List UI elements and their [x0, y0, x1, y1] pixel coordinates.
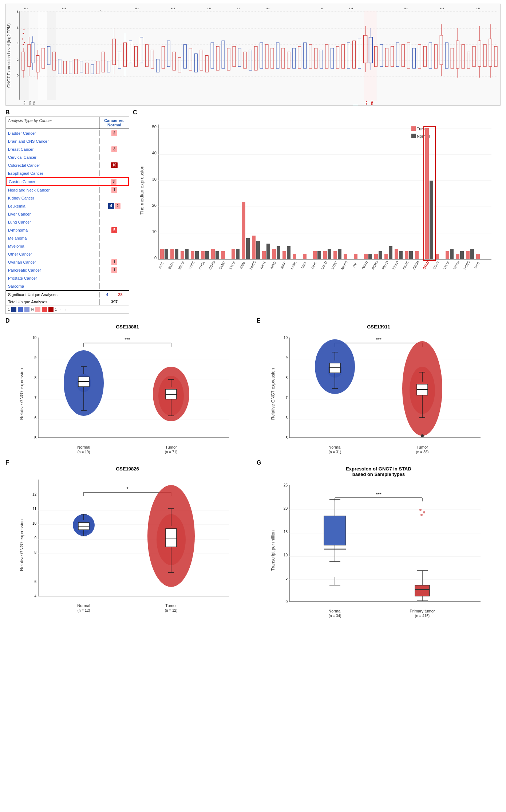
cancer-row[interactable]: Leukemia42 — [6, 202, 129, 210]
svg-point-19 — [23, 33, 24, 34]
cv-cell: 10 — [100, 162, 129, 169]
svg-rect-270 — [246, 238, 250, 259]
cv-cell: 5 — [100, 226, 129, 234]
red-heat-box: 10 — [111, 162, 117, 168]
svg-rect-294 — [389, 246, 392, 259]
svg-rect-84 — [124, 43, 127, 67]
cancer-row[interactable]: Prostate Cancer — [6, 274, 129, 282]
svg-rect-259 — [185, 249, 189, 259]
cancer-row[interactable]: Pancreatic Cancer1 — [6, 266, 129, 274]
svg-text:5: 5 — [285, 576, 288, 580]
svg-text:10: 10 — [152, 229, 157, 234]
svg-rect-92 — [140, 37, 143, 63]
svg-text:LUAD: LUAD — [320, 260, 328, 270]
svg-rect-275 — [272, 249, 276, 259]
cancer-name-label: Lung Cancer — [6, 219, 100, 225]
svg-rect-272 — [256, 241, 260, 259]
svg-rect-108 — [183, 44, 186, 68]
cancer-row[interactable]: Lymphoma5 — [6, 226, 129, 234]
svg-rect-78 — [113, 39, 116, 65]
svg-text:11: 11 — [32, 507, 37, 511]
cancer-rows-container: Bladder Cancer2Brain and CNS CancerBreas… — [6, 129, 129, 290]
svg-rect-70 — [91, 65, 94, 74]
svg-text:BLCA.Tumor: BLCA.Tumor — [29, 100, 31, 105]
cancer-row[interactable]: Head and Neck Cancer1 — [6, 186, 129, 194]
svg-text:0: 0 — [154, 256, 157, 260]
cancer-row[interactable]: Colorectal Cancer10 — [6, 161, 129, 169]
svg-rect-291 — [374, 254, 378, 259]
svg-rect-100 — [162, 46, 165, 68]
svg-text:GNG7 Expression Level (log2 TP: GNG7 Expression Level (log2 TPM) — [7, 23, 11, 88]
svg-rect-216 — [451, 48, 454, 68]
svg-rect-60 — [64, 61, 67, 74]
cancer-row[interactable]: Ovarian Cancer1 — [6, 258, 129, 266]
cv-cell: 2 — [100, 130, 129, 137]
svg-rect-192 — [391, 46, 394, 67]
svg-rect-305 — [456, 254, 459, 259]
panel-e-label: E — [257, 318, 261, 324]
cancer-row[interactable]: Gastric Cancer3 — [6, 177, 129, 186]
panel-b-container: B Analysis Type by Cancer Cancer vs. Nor… — [5, 109, 129, 314]
cancer-name-label: Cervical Cancer — [6, 154, 100, 160]
total-num: 397 — [111, 300, 118, 304]
red-heat-box: 1 — [111, 267, 117, 273]
svg-rect-261 — [195, 251, 199, 259]
cv-cell — [100, 141, 129, 142]
panel-b-header: Analysis Type by Cancer Cancer vs. Norma… — [6, 117, 129, 129]
svg-rect-168 — [347, 43, 350, 68]
cancer-name-label: Melanoma — [6, 235, 100, 241]
svg-rect-278 — [287, 246, 290, 259]
svg-rect-301 — [430, 181, 433, 259]
svg-text:(n = 34): (n = 34) — [329, 614, 341, 618]
svg-rect-194 — [396, 43, 399, 67]
panel-g-label: G — [257, 460, 261, 466]
cancer-row[interactable]: Cervical Cancer — [6, 153, 129, 161]
cv-cell — [100, 197, 129, 199]
svg-rect-302 — [435, 254, 439, 259]
svg-rect-214 — [445, 43, 448, 68]
svg-text:SARC: SARC — [402, 260, 410, 270]
svg-rect-485 — [415, 585, 430, 596]
svg-rect-82 — [118, 52, 121, 68]
svg-rect-162 — [331, 48, 334, 68]
cancer-row[interactable]: Lung Cancer — [6, 218, 129, 226]
cancer-row[interactable]: Melanoma — [6, 234, 129, 242]
svg-rect-269 — [242, 202, 245, 259]
cancer-row[interactable]: Brain and CNS Cancer — [6, 137, 129, 145]
cancer-row[interactable]: Esophageal Cancer — [6, 169, 129, 177]
svg-text:***: *** — [171, 7, 175, 11]
svg-point-491 — [420, 514, 423, 516]
cv-cell — [100, 245, 129, 247]
cv-cell — [100, 237, 129, 239]
svg-text:10: 10 — [284, 336, 288, 340]
svg-rect-122 — [222, 41, 225, 68]
svg-text:6: 6 — [285, 416, 288, 420]
panel-g-title: Expression of GNG7 in STAD based on Samp… — [257, 466, 501, 477]
cancer-row[interactable]: Liver Cancer — [6, 210, 129, 218]
significant-label: Significant Unique Analyses — [6, 292, 100, 297]
svg-rect-190 — [385, 48, 388, 67]
svg-rect-298 — [409, 251, 413, 259]
svg-text:HNSC: HNSC — [249, 260, 257, 271]
svg-rect-130 — [244, 52, 246, 68]
svg-text:TGCT: TGCT — [432, 260, 440, 270]
svg-rect-287 — [344, 254, 347, 259]
svg-text:UCEC: UCEC — [463, 260, 471, 271]
svg-rect-88 — [129, 41, 132, 63]
svg-rect-284 — [328, 249, 331, 259]
svg-rect-265 — [216, 251, 219, 259]
legend-row: 1 % 1 ←→ — [6, 306, 129, 314]
svg-point-23 — [24, 42, 25, 43]
cancer-row[interactable]: Bladder Cancer2 — [6, 129, 129, 137]
svg-text:CESC: CESC — [188, 260, 195, 270]
cancer-row[interactable]: Kidney Cancer — [6, 194, 129, 202]
svg-rect-264 — [211, 249, 215, 259]
cancer-row[interactable]: Breast Cancer3 — [6, 145, 129, 153]
svg-text:0: 0 — [17, 74, 19, 77]
svg-text:PRAD: PRAD — [382, 260, 389, 270]
cancer-row[interactable]: Other Cancer — [6, 250, 129, 258]
svg-text:THCA: THCA — [443, 260, 450, 270]
cancer-row[interactable]: Myeloma — [6, 242, 129, 250]
cancer-row[interactable]: Sarcoma — [6, 282, 129, 290]
svg-rect-150 — [298, 46, 301, 68]
